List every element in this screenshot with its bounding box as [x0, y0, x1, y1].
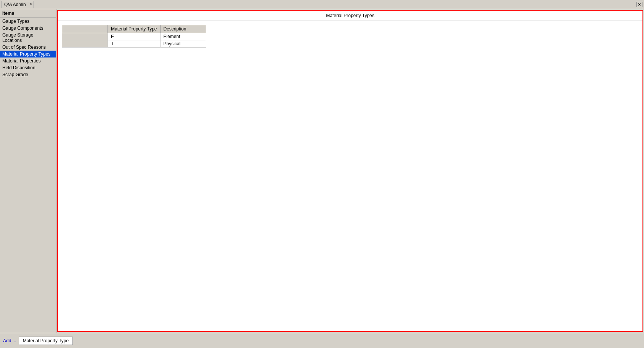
footer-bar: Add ... Material Property Type: [0, 333, 644, 348]
row-selector: [62, 40, 108, 48]
main-panel: Material Property Types Material Propert…: [57, 10, 643, 332]
cell-type: E: [108, 33, 161, 40]
footer-item-label: Material Property Type: [19, 337, 73, 345]
sidebar-item-gauge-storage-locations[interactable]: Gauge Storage Locations: [0, 32, 56, 44]
cell-description: Physical: [160, 40, 206, 48]
sidebar-item-material-property-types[interactable]: Material Property Types: [0, 51, 56, 57]
property-types-table: Material Property Type Description EElem…: [62, 25, 206, 48]
table-row[interactable]: TPhysical: [62, 40, 206, 48]
close-icon: ×: [638, 2, 641, 7]
col-header-type: Material Property Type: [108, 25, 161, 33]
tab-qa-admin[interactable]: Q/A Admin ×: [2, 1, 34, 8]
sidebar-item-material-properties[interactable]: Material Properties: [0, 57, 56, 64]
window-close-button[interactable]: ×: [636, 2, 642, 7]
main-window: Q/A Admin × × Items Gauge Types Gauge Co…: [0, 0, 644, 348]
col-header-description: Description: [160, 25, 206, 33]
table-row[interactable]: EElement: [62, 33, 206, 40]
sidebar-header: Items: [0, 9, 56, 18]
sidebar-item-scrap-grade[interactable]: Scrap Grade: [0, 71, 56, 78]
sidebar: Items Gauge Types Gauge Components Gauge…: [0, 9, 56, 333]
sidebar-item-gauge-components[interactable]: Gauge Components: [0, 25, 56, 32]
main-title: Material Property Types: [58, 11, 642, 21]
sidebar-item-gauge-types[interactable]: Gauge Types: [0, 18, 56, 25]
row-header-empty: [62, 25, 108, 33]
main-content: Material Property Type Description EElem…: [58, 21, 642, 331]
tab-close-icon[interactable]: ×: [30, 2, 32, 6]
sidebar-item-held-disposition[interactable]: Held Disposition: [0, 64, 56, 71]
row-selector: [62, 33, 108, 40]
content-area: Items Gauge Types Gauge Components Gauge…: [0, 9, 644, 333]
sidebar-item-out-of-spec-reasons[interactable]: Out of Spec Reasons: [0, 44, 56, 51]
title-bar: Q/A Admin × ×: [0, 0, 644, 9]
cell-description: Element: [160, 33, 206, 40]
add-link[interactable]: Add ...: [3, 338, 16, 343]
cell-type: T: [108, 40, 161, 48]
tab-label: Q/A Admin: [4, 2, 26, 7]
